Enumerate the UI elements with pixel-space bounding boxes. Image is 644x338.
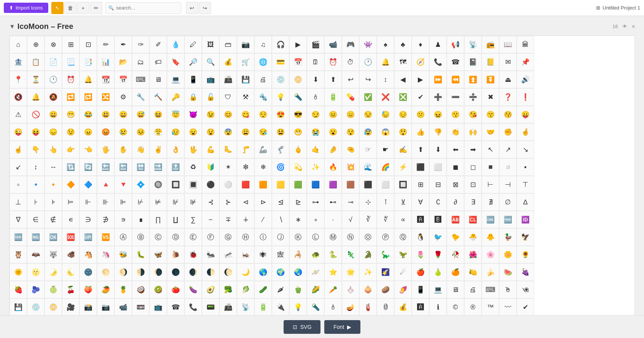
icon-cell[interactable]: 🆓 [499,211,517,228]
icon-cell[interactable]: ↗ [499,141,517,158]
icon-cell[interactable]: ∍ [114,211,132,228]
icon-cell[interactable]: ➗ [464,88,482,106]
icon-cell[interactable]: ❎ [394,88,412,106]
icon-cell[interactable]: 🍑 [79,281,97,298]
undo-button[interactable]: ↩ [186,2,198,14]
edit-tool-button[interactable]: ✏ [90,2,102,14]
icon-cell[interactable]: 🔰 [202,158,219,176]
icon-cell[interactable]: ⊮ [167,193,184,211]
icon-cell[interactable]: ✨ [307,158,324,176]
icon-cell[interactable]: 🌟 [342,263,359,281]
icon-cell[interactable]: ∉ [44,211,62,228]
icon-cell[interactable]: Ⓓ [167,228,184,246]
icon-cell[interactable]: 📠 [219,71,237,88]
icon-cell[interactable]: 🌝 [27,263,44,281]
icon-cell[interactable]: ⌂ [10,36,27,53]
icon-cell[interactable]: 🔻 [114,176,132,193]
icon-cell[interactable]: 😌 [254,106,272,123]
icon-cell[interactable]: 💡 [289,298,307,316]
icon-cell[interactable]: Ⓠ [394,228,412,246]
icon-cell[interactable]: 🥝 [149,281,167,298]
icon-cell[interactable]: ☝ [10,141,27,158]
icon-cell[interactable]: ❄ [254,158,272,176]
icon-cell[interactable]: ⊣ [499,176,517,193]
icon-cell[interactable]: 🎬 [307,36,324,53]
icon-cell[interactable]: 🕯 [324,298,342,316]
icon-cell[interactable]: ⊧ [44,193,62,211]
icon-cell[interactable]: 🆒 [482,211,499,228]
icon-cell[interactable]: 🦂 [289,246,307,263]
icon-cell[interactable]: 🔺 [97,176,114,193]
icon-cell[interactable]: 📞 [184,298,202,316]
icon-cell[interactable]: ✴ [219,158,237,176]
icon-cell[interactable]: ♠ [377,36,394,53]
icon-cell[interactable]: 👈 [79,141,97,158]
icon-cell[interactable]: 😮 [324,123,342,141]
icon-cell[interactable]: 🦾 [254,141,272,158]
icon-cell[interactable]: 👾 [359,36,377,53]
icon-cell[interactable]: 🍋 [464,263,482,281]
icon-cell[interactable]: 📂 [114,53,132,71]
icon-cell[interactable]: ∊ [62,211,79,228]
icon-cell[interactable]: ⊶ [307,193,324,211]
icon-cell[interactable]: 😟 [62,123,79,141]
icon-cell[interactable]: ⊥ [10,193,27,211]
icon-cell[interactable]: 📋 [27,53,44,71]
icon-cell[interactable]: 💾 [10,298,27,316]
icon-cell[interactable]: 🔕 [44,88,62,106]
icon-cell[interactable]: 😛 [517,106,534,123]
icon-cell[interactable]: 🔒 [184,88,202,106]
icon-cell[interactable]: ∌ [97,211,114,228]
icon-cell[interactable]: 👎 [429,123,447,141]
icon-cell[interactable]: 🛢 [377,298,394,316]
icon-cell[interactable]: ⏬ [482,71,499,88]
icon-cell[interactable]: 🌛 [44,263,62,281]
icon-cell[interactable]: 😠 [79,123,97,141]
icon-cell[interactable]: 📍 [10,71,27,88]
icon-cell[interactable]: 😇 [167,106,184,123]
icon-cell[interactable]: 💥 [342,158,359,176]
icon-cell[interactable]: 🌙 [237,263,254,281]
icon-cell[interactable]: 📹 [324,36,342,53]
icon-cell[interactable]: 💪 [202,141,219,158]
icon-cell[interactable]: 🤌 [324,141,342,158]
icon-cell[interactable]: ▫ [10,176,27,193]
icon-cell[interactable]: ∗ [289,211,307,228]
icon-cell[interactable]: 🆖 [27,228,44,246]
icon-cell[interactable]: ⊷ [324,193,342,211]
icon-cell[interactable]: ∇ [10,211,27,228]
icon-cell[interactable]: 🛒 [237,53,254,71]
icon-cell[interactable]: 🦆 [499,228,517,246]
icon-cell[interactable]: 🌗 [132,263,149,281]
icon-cell[interactable]: 🫑 [289,281,307,298]
icon-cell[interactable]: 😨 [219,123,237,141]
icon-cell[interactable]: ∓ [219,211,237,228]
icon-cell[interactable]: 🍇 [517,263,534,281]
icon-cell[interactable]: 💳 [272,53,289,71]
icon-cell[interactable]: 📌 [517,53,534,71]
icon-cell[interactable]: 🐢 [307,246,324,263]
icon-cell[interactable]: 🦉 [10,246,27,263]
icon-cell[interactable]: 🐌 [167,246,184,263]
icon-cell[interactable]: 🟧 [254,176,272,193]
icon-cell[interactable]: 🌷 [412,246,429,263]
font-button[interactable]: Font ▶ [324,320,360,334]
icon-cell[interactable]: 💿 [272,71,289,88]
icon-cell[interactable]: 😲 [394,123,412,141]
icon-cell[interactable]: ⊡ [464,176,482,193]
icon-cell[interactable]: 📑 [79,53,97,71]
icon-cell[interactable]: ☄ [394,263,412,281]
icon-cell[interactable]: 🔔 [27,88,44,106]
icon-cell[interactable]: 💫 [289,158,307,176]
icon-cell[interactable]: 🐞 [184,246,202,263]
icon-cell[interactable]: 🛡 [219,88,237,106]
icon-cell[interactable]: 😩 [237,123,254,141]
icon-cell[interactable]: 🥔 [377,281,394,298]
icon-cell[interactable]: ✍ [394,141,412,158]
icon-cell[interactable]: 😥 [167,123,184,141]
icon-cell[interactable]: 🌽 [307,281,324,298]
icon-cell[interactable]: ⏪ [447,71,464,88]
icon-cell[interactable]: 🖱 [499,281,517,298]
icon-cell[interactable]: 😭 [307,123,324,141]
icon-cell[interactable]: ⊴ [272,193,289,211]
